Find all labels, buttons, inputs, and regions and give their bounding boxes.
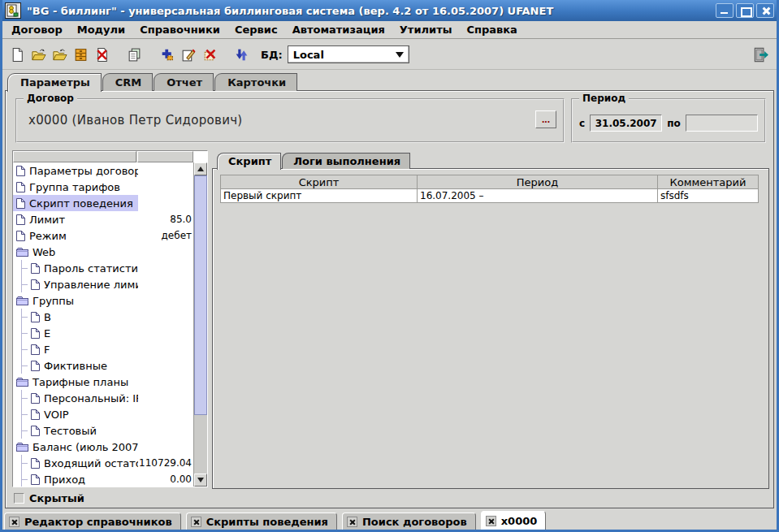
menu-item-4[interactable]: Сервис [227, 22, 285, 37]
table-cell: sfsdfs [658, 189, 759, 203]
delete-item-icon[interactable] [199, 45, 219, 64]
exit-icon[interactable] [751, 44, 772, 65]
contract-browse-button[interactable]: ... [535, 110, 556, 128]
open-contract-icon[interactable] [28, 45, 48, 64]
tree-item[interactable]: Фиктивные [13, 357, 193, 374]
table-row[interactable]: Первый скрипт16.07.2005 –sfsdfs [221, 189, 759, 203]
copy-document-icon[interactable] [124, 45, 144, 64]
tree-item-label: E [44, 327, 50, 340]
task-tab-x0000[interactable]: x0000 [481, 511, 547, 530]
menu-item-7[interactable]: Справка [459, 22, 524, 37]
parameters-tab-content: Договор x0000 (Иванов Петр Сидорович) ..… [5, 90, 774, 508]
tree-item[interactable]: VOIP [13, 406, 193, 422]
tree-item[interactable]: Web [13, 244, 193, 260]
tree-item-label: Управление лими [44, 279, 138, 291]
add-item-icon[interactable] [157, 45, 176, 64]
tree-item-label: Web [32, 246, 55, 258]
tree-item[interactable]: Лимит85.0 [13, 211, 193, 227]
refresh-icon[interactable] [232, 45, 251, 64]
tree-item-label: VOIP [44, 409, 69, 421]
tree-item[interactable]: Группы [13, 292, 193, 309]
period-to-field[interactable] [686, 115, 758, 132]
column-header: Период [418, 175, 658, 189]
period-group-label: Период [579, 93, 629, 104]
document-icon [15, 165, 26, 177]
close-icon[interactable] [191, 517, 201, 527]
tree-scrollbar[interactable] [193, 162, 207, 487]
tree-item-label: Баланс (июль 2007) [32, 441, 138, 453]
chevron-down-icon [396, 52, 404, 58]
tree-item[interactable]: Баланс (июль 2007) [13, 439, 193, 455]
tree-item[interactable]: Приход0.00 [13, 471, 193, 487]
tree-connector-icon [16, 390, 28, 406]
tab-логи-выполнения[interactable]: Логи выполнения [282, 153, 410, 169]
period-to-label: по [667, 118, 681, 129]
tree-header-name [13, 151, 136, 162]
period-from-field[interactable]: 31.05.2007 [590, 115, 662, 132]
tree-item-label: Режим [29, 230, 67, 242]
maximize-button[interactable] [736, 3, 754, 18]
tab-crm[interactable]: CRM [102, 73, 154, 91]
document-icon [15, 181, 26, 193]
menu-item-1[interactable]: Договор [4, 22, 70, 37]
folder-icon [15, 247, 29, 257]
minimize-button[interactable] [716, 3, 734, 18]
new-document-icon[interactable] [7, 45, 27, 64]
tree-item-label: Фиктивные [44, 360, 107, 372]
folder-icon [15, 377, 29, 387]
tree-connector-icon [16, 455, 28, 471]
delete-document-icon[interactable] [92, 45, 111, 64]
tree-item[interactable]: Тарифные планы [13, 374, 193, 390]
table-cell: Первый скрипт [221, 189, 418, 203]
close-icon[interactable] [9, 517, 19, 527]
tab-отчет[interactable]: Отчет [154, 73, 214, 91]
menu-item-3[interactable]: Справочники [132, 22, 227, 37]
tree-item[interactable]: B [13, 309, 193, 325]
tab-карточки[interactable]: Карточки [214, 73, 297, 91]
scroll-up-icon[interactable] [194, 162, 207, 175]
tree-item-label: Группы [32, 295, 74, 307]
open-contract-alt-icon[interactable] [50, 45, 69, 64]
document-icon [15, 214, 26, 226]
tree-item-label: Параметры договор: [29, 165, 138, 177]
tree-item-value: 0.00 [138, 474, 193, 485]
app-window: "BG - биллинг" - универсальная биллингов… [0, 0, 779, 532]
db-dropdown[interactable]: Local [288, 45, 409, 63]
tree-item[interactable]: Тестовый [13, 422, 193, 439]
edit-item-icon[interactable] [178, 45, 197, 64]
task-tab-редактор-справочников[interactable]: Редактор справочников [4, 513, 181, 530]
tree-item[interactable]: Скрипт поведения [13, 195, 193, 211]
tab-скрипт[interactable]: Скрипт [217, 153, 281, 170]
task-tab-поиск-договоров[interactable]: Поиск договоров [342, 513, 476, 530]
archive-icon[interactable] [71, 45, 90, 64]
contract-groupbox: Договор x0000 (Иванов Петр Сидорович) ..… [15, 98, 565, 143]
tree-item[interactable]: Управление лими [13, 276, 193, 292]
scroll-down-icon[interactable] [194, 474, 207, 487]
tree-item[interactable]: E [13, 325, 193, 341]
task-tab-label: Поиск договоров [362, 516, 467, 528]
tree-item[interactable]: Параметры договор: [13, 162, 193, 179]
task-tab-label: Скрипты поведения [206, 516, 328, 528]
close-button[interactable] [756, 3, 774, 18]
scrollbar-thumb[interactable] [194, 175, 207, 415]
task-tab-скрипты-поведения[interactable]: Скрипты поведения [186, 513, 337, 530]
tree-item[interactable]: Режимдебет [13, 227, 193, 244]
close-icon[interactable] [347, 517, 357, 527]
tree-item[interactable]: Входящий остато110729.04 [13, 455, 193, 471]
menu-item-2[interactable]: Модули [70, 22, 132, 37]
tree-item[interactable]: Пароль статистик [13, 260, 193, 276]
tree-item[interactable]: Персональный: IF [13, 390, 193, 406]
menu-item-6[interactable]: Утилиты [392, 22, 460, 37]
tree-connector-icon [16, 309, 28, 325]
tab-параметры[interactable]: Параметры [7, 73, 102, 92]
db-dropdown-value: Local [293, 49, 324, 61]
menu-item-5[interactable]: Автоматизация [285, 22, 392, 37]
close-icon[interactable] [486, 516, 496, 526]
table-cell: 16.07.2005 – [418, 189, 658, 203]
script-panel: СкриптЛоги выполнения СкриптПериодКоммен… [212, 151, 769, 489]
document-icon [30, 344, 41, 356]
tree-item[interactable]: Группа тарифов [13, 179, 193, 195]
tree-connector-icon [16, 341, 28, 357]
hidden-checkbox[interactable] [14, 493, 24, 504]
tree-item[interactable]: F [13, 341, 193, 357]
